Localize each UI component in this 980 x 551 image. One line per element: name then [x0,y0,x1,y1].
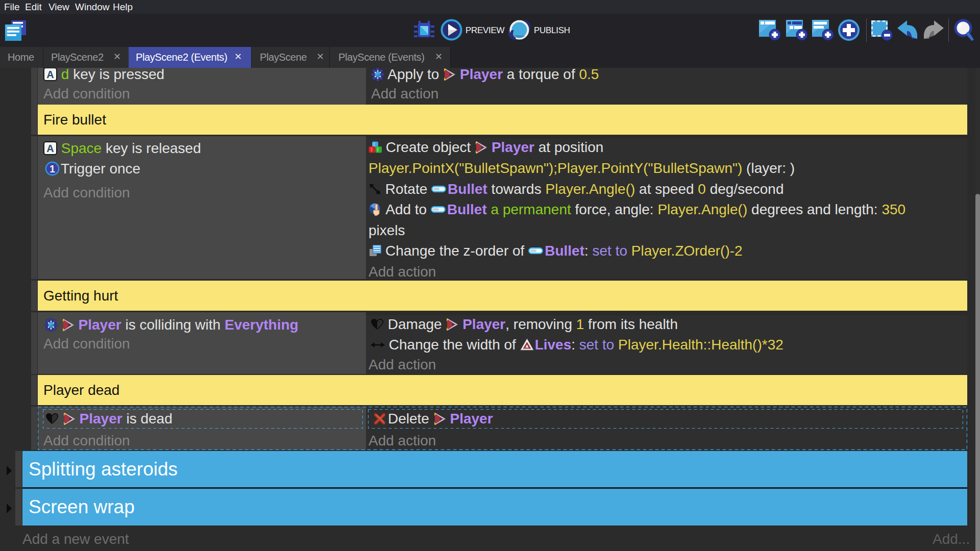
svg-text:A: A [46,143,54,154]
svg-text:1: 1 [50,163,55,174]
svg-text:A: A [46,69,54,80]
